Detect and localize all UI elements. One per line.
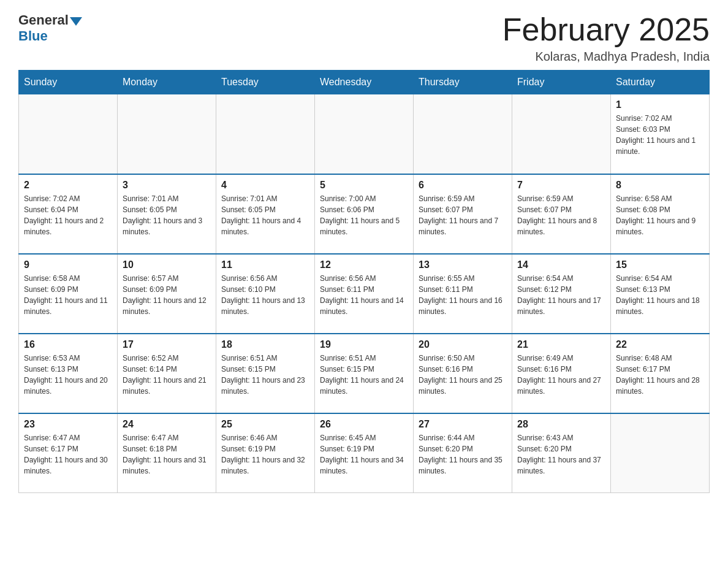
calendar-day-cell: 22Sunrise: 6:48 AM Sunset: 6:17 PM Dayli… (611, 334, 710, 413)
day-number: 14 (517, 259, 605, 270)
calendar-header-monday: Monday (118, 71, 216, 94)
day-number: 28 (517, 419, 605, 430)
day-info: Sunrise: 6:52 AM Sunset: 6:14 PM Dayligh… (123, 353, 211, 397)
calendar-week-row: 1Sunrise: 7:02 AM Sunset: 6:03 PM Daylig… (19, 94, 710, 174)
day-number: 9 (24, 259, 112, 270)
day-info: Sunrise: 6:59 AM Sunset: 6:07 PM Dayligh… (419, 193, 507, 237)
day-info: Sunrise: 6:47 AM Sunset: 6:18 PM Dayligh… (123, 432, 211, 477)
logo-general-text: General (18, 12, 69, 28)
day-number: 25 (221, 419, 309, 430)
day-number: 19 (320, 339, 408, 350)
calendar-header-tuesday: Tuesday (216, 71, 315, 94)
day-number: 12 (320, 259, 408, 270)
calendar-header-thursday: Thursday (414, 71, 512, 94)
day-number: 21 (517, 339, 605, 350)
calendar-day-cell: 20Sunrise: 6:50 AM Sunset: 6:16 PM Dayli… (414, 334, 512, 413)
calendar-header-row: SundayMondayTuesdayWednesdayThursdayFrid… (19, 71, 710, 94)
calendar-header-sunday: Sunday (19, 71, 118, 94)
day-number: 23 (24, 419, 112, 430)
calendar-day-cell: 2Sunrise: 7:02 AM Sunset: 6:04 PM Daylig… (19, 174, 118, 254)
day-info: Sunrise: 6:53 AM Sunset: 6:13 PM Dayligh… (24, 353, 112, 397)
day-info: Sunrise: 7:00 AM Sunset: 6:06 PM Dayligh… (320, 193, 408, 237)
calendar-day-cell: 12Sunrise: 6:56 AM Sunset: 6:11 PM Dayli… (315, 254, 414, 334)
day-number: 3 (123, 180, 211, 191)
day-number: 27 (419, 419, 507, 430)
calendar-day-cell (118, 94, 216, 174)
calendar-day-cell: 15Sunrise: 6:54 AM Sunset: 6:13 PM Dayli… (611, 254, 710, 334)
day-number: 7 (517, 180, 605, 191)
calendar-day-cell: 17Sunrise: 6:52 AM Sunset: 6:14 PM Dayli… (118, 334, 216, 413)
day-number: 11 (221, 259, 309, 270)
calendar-day-cell: 19Sunrise: 6:51 AM Sunset: 6:15 PM Dayli… (315, 334, 414, 413)
calendar-day-cell: 10Sunrise: 6:57 AM Sunset: 6:09 PM Dayli… (118, 254, 216, 334)
day-number: 8 (616, 180, 704, 191)
calendar-day-cell: 7Sunrise: 6:59 AM Sunset: 6:07 PM Daylig… (512, 174, 611, 254)
day-info: Sunrise: 6:57 AM Sunset: 6:09 PM Dayligh… (123, 273, 211, 317)
calendar-day-cell: 18Sunrise: 6:51 AM Sunset: 6:15 PM Dayli… (216, 334, 315, 413)
calendar-day-cell: 16Sunrise: 6:53 AM Sunset: 6:13 PM Dayli… (19, 334, 118, 413)
day-number: 24 (123, 419, 211, 430)
day-info: Sunrise: 6:54 AM Sunset: 6:12 PM Dayligh… (517, 273, 605, 317)
calendar-day-cell (512, 94, 611, 174)
calendar-day-cell: 21Sunrise: 6:49 AM Sunset: 6:16 PM Dayli… (512, 334, 611, 413)
calendar-day-cell (414, 94, 512, 174)
day-number: 22 (616, 339, 704, 350)
day-info: Sunrise: 6:45 AM Sunset: 6:19 PM Dayligh… (320, 432, 408, 477)
day-number: 17 (123, 339, 211, 350)
day-number: 26 (320, 419, 408, 430)
day-number: 20 (419, 339, 507, 350)
calendar-day-cell: 6Sunrise: 6:59 AM Sunset: 6:07 PM Daylig… (414, 174, 512, 254)
day-info: Sunrise: 6:43 AM Sunset: 6:20 PM Dayligh… (517, 432, 605, 477)
day-info: Sunrise: 6:50 AM Sunset: 6:16 PM Dayligh… (419, 353, 507, 397)
calendar-day-cell: 25Sunrise: 6:46 AM Sunset: 6:19 PM Dayli… (216, 413, 315, 493)
calendar-day-cell: 28Sunrise: 6:43 AM Sunset: 6:20 PM Dayli… (512, 413, 611, 493)
day-info: Sunrise: 6:54 AM Sunset: 6:13 PM Dayligh… (616, 273, 704, 317)
day-number: 18 (221, 339, 309, 350)
day-number: 4 (221, 180, 309, 191)
calendar-day-cell: 27Sunrise: 6:44 AM Sunset: 6:20 PM Dayli… (414, 413, 512, 493)
day-info: Sunrise: 7:01 AM Sunset: 6:05 PM Dayligh… (221, 193, 309, 237)
day-info: Sunrise: 6:55 AM Sunset: 6:11 PM Dayligh… (419, 273, 507, 317)
day-number: 6 (419, 180, 507, 191)
title-area: February 2025 Kolaras, Madhya Pradesh, I… (502, 12, 710, 64)
calendar-day-cell: 14Sunrise: 6:54 AM Sunset: 6:12 PM Dayli… (512, 254, 611, 334)
day-info: Sunrise: 7:02 AM Sunset: 6:03 PM Dayligh… (616, 113, 704, 157)
calendar-header-saturday: Saturday (611, 71, 710, 94)
day-info: Sunrise: 6:59 AM Sunset: 6:07 PM Dayligh… (517, 193, 605, 237)
day-number: 1 (616, 99, 704, 110)
calendar-day-cell: 24Sunrise: 6:47 AM Sunset: 6:18 PM Dayli… (118, 413, 216, 493)
calendar-day-cell: 8Sunrise: 6:58 AM Sunset: 6:08 PM Daylig… (611, 174, 710, 254)
day-info: Sunrise: 6:48 AM Sunset: 6:17 PM Dayligh… (616, 353, 704, 397)
day-number: 5 (320, 180, 408, 191)
day-number: 13 (419, 259, 507, 270)
day-number: 2 (24, 180, 112, 191)
location: Kolaras, Madhya Pradesh, India (502, 50, 710, 64)
logo-arrow-icon (70, 17, 82, 26)
day-info: Sunrise: 6:56 AM Sunset: 6:10 PM Dayligh… (221, 273, 309, 317)
day-info: Sunrise: 6:58 AM Sunset: 6:08 PM Dayligh… (616, 193, 704, 237)
day-info: Sunrise: 6:56 AM Sunset: 6:11 PM Dayligh… (320, 273, 408, 317)
calendar-day-cell (611, 413, 710, 493)
calendar-week-row: 23Sunrise: 6:47 AM Sunset: 6:17 PM Dayli… (19, 413, 710, 493)
calendar-day-cell: 13Sunrise: 6:55 AM Sunset: 6:11 PM Dayli… (414, 254, 512, 334)
day-info: Sunrise: 6:46 AM Sunset: 6:19 PM Dayligh… (221, 432, 309, 477)
day-info: Sunrise: 6:58 AM Sunset: 6:09 PM Dayligh… (24, 273, 112, 317)
calendar-day-cell: 23Sunrise: 6:47 AM Sunset: 6:17 PM Dayli… (19, 413, 118, 493)
day-info: Sunrise: 6:44 AM Sunset: 6:20 PM Dayligh… (419, 432, 507, 477)
calendar-day-cell: 1Sunrise: 7:02 AM Sunset: 6:03 PM Daylig… (611, 94, 710, 174)
day-number: 15 (616, 259, 704, 270)
day-info: Sunrise: 6:51 AM Sunset: 6:15 PM Dayligh… (221, 353, 309, 397)
day-info: Sunrise: 6:47 AM Sunset: 6:17 PM Dayligh… (24, 432, 112, 477)
page-header: General Blue February 2025 Kolaras, Madh… (18, 12, 710, 64)
logo-blue-text: Blue (18, 28, 48, 44)
day-info: Sunrise: 7:02 AM Sunset: 6:04 PM Dayligh… (24, 193, 112, 237)
calendar-week-row: 9Sunrise: 6:58 AM Sunset: 6:09 PM Daylig… (19, 254, 710, 334)
day-info: Sunrise: 6:51 AM Sunset: 6:15 PM Dayligh… (320, 353, 408, 397)
calendar-day-cell: 5Sunrise: 7:00 AM Sunset: 6:06 PM Daylig… (315, 174, 414, 254)
calendar-week-row: 2Sunrise: 7:02 AM Sunset: 6:04 PM Daylig… (19, 174, 710, 254)
calendar-day-cell: 26Sunrise: 6:45 AM Sunset: 6:19 PM Dayli… (315, 413, 414, 493)
day-info: Sunrise: 6:49 AM Sunset: 6:16 PM Dayligh… (517, 353, 605, 397)
calendar-day-cell (315, 94, 414, 174)
logo: General Blue (18, 12, 82, 44)
day-number: 16 (24, 339, 112, 350)
